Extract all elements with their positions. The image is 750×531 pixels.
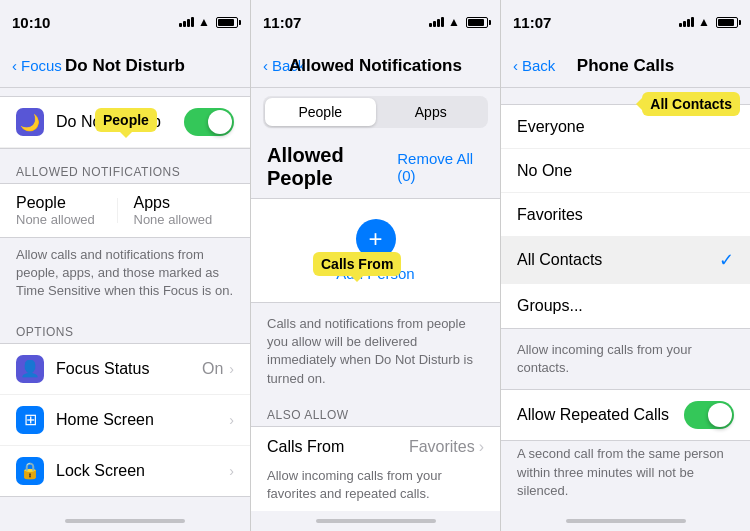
- back-button-1[interactable]: ‹ Focus: [12, 57, 62, 74]
- remove-all-button[interactable]: Remove All (0): [397, 150, 484, 184]
- back-button-3[interactable]: ‹ Back: [513, 57, 555, 74]
- repeat-calls-toggle[interactable]: [684, 401, 734, 429]
- dnd-toggle[interactable]: [184, 108, 234, 136]
- all-contacts-label: All Contacts: [517, 251, 602, 269]
- signal-icon-1: [179, 17, 194, 27]
- status-icons-2: ▲: [429, 15, 488, 29]
- calls-from-cell[interactable]: Calls From Favorites › Allow incoming ca…: [251, 426, 500, 511]
- repeat-calls-label: Allow Repeated Calls: [517, 406, 684, 424]
- callout-all-contacts: All Contacts: [642, 92, 740, 116]
- radio-list: Everyone No One Favorites All Contacts ✓…: [501, 104, 750, 329]
- status-icons-1: ▲: [179, 15, 238, 29]
- radio-all-contacts[interactable]: All Contacts ✓: [501, 237, 750, 284]
- focus-status-label: Focus Status: [56, 360, 202, 378]
- all-contacts-checkmark: ✓: [719, 249, 734, 271]
- home-indicator-1: [0, 511, 250, 531]
- wifi-icon-3: ▲: [698, 15, 710, 29]
- panel-allowed-notifications: 11:07 ▲ ‹ Back Allowed Notifications Peo…: [250, 0, 500, 531]
- nav-bar-1: ‹ Focus Do Not Disturb: [0, 44, 250, 88]
- repeat-calls-cell: Allow Repeated Calls: [501, 389, 750, 441]
- panel-phone-calls: 11:07 ▲ ‹ Back Phone Calls Everyone N: [500, 0, 750, 531]
- nav-bar-2: ‹ Back Allowed Notifications: [251, 44, 500, 88]
- seg-people[interactable]: People: [265, 98, 376, 126]
- people-label: People: [16, 194, 117, 212]
- status-time-3: 11:07: [513, 14, 551, 31]
- signal-icon-2: [429, 17, 444, 27]
- radio-groups[interactable]: Groups...: [501, 284, 750, 328]
- seg-apps[interactable]: Apps: [376, 98, 487, 126]
- lock-screen-cell[interactable]: 🔒 Lock Screen ›: [0, 446, 250, 496]
- panel2-notif-desc: Calls and notifications from people you …: [251, 307, 500, 396]
- apps-label: Apps: [134, 194, 235, 212]
- add-person-box[interactable]: + Add Person: [251, 198, 500, 303]
- home-indicator-3: [501, 511, 750, 531]
- home-screen-chevron: ›: [229, 412, 234, 428]
- notif-sub-row: People None allowed Apps None allowed: [0, 184, 250, 237]
- panel-do-not-disturb: 10:10 ▲ ‹ Focus Do Not Disturb 🌙 Do Not …: [0, 0, 250, 531]
- nav-title-3: Phone Calls: [577, 56, 674, 76]
- allowed-notif-section: ALLOWED NOTIFICATIONS People None allowe…: [0, 157, 250, 309]
- options-header: OPTIONS: [0, 309, 250, 343]
- repeat-calls-section: Allow Repeated Calls A second call from …: [501, 389, 750, 508]
- notif-row: People None allowed Apps None allowed: [0, 183, 250, 238]
- lock-screen-icon: 🔒: [16, 457, 44, 485]
- lock-screen-chevron: ›: [229, 463, 234, 479]
- groups-label: Groups...: [517, 297, 583, 315]
- calls-from-row: Calls From Favorites ›: [251, 427, 500, 467]
- focus-status-icon: 👤: [16, 355, 44, 383]
- people-col[interactable]: People None allowed: [16, 194, 117, 227]
- moon-icon: 🌙: [16, 108, 44, 136]
- battery-icon-2: [466, 17, 488, 28]
- no-one-label: No One: [517, 162, 572, 180]
- radio-desc: Allow incoming calls from your contacts.: [501, 337, 750, 385]
- focus-status-cell[interactable]: 👤 Focus Status On ›: [0, 344, 250, 395]
- radio-favorites[interactable]: Favorites: [501, 193, 750, 237]
- calls-from-chevron: ›: [479, 438, 484, 456]
- favorites-label: Favorites: [517, 206, 583, 224]
- options-list: 👤 Focus Status On › ⊞ Home Screen › 🔒 Lo…: [0, 343, 250, 497]
- calls-from-label: Calls From: [267, 438, 344, 456]
- calls-from-value: Favorites ›: [409, 438, 484, 456]
- allowed-notif-title: ALLOWED NOTIFICATIONS: [0, 157, 250, 183]
- repeat-calls-desc: A second call from the same person withi…: [501, 441, 750, 508]
- notif-desc: Allow calls and notifications from peopl…: [0, 238, 250, 309]
- nav-title-1: Do Not Disturb: [65, 56, 185, 76]
- battery-icon-1: [216, 17, 238, 28]
- wifi-icon-2: ▲: [448, 15, 460, 29]
- panel3-content: Everyone No One Favorites All Contacts ✓…: [501, 88, 750, 511]
- callout-calls-from: Calls From: [313, 252, 401, 276]
- people-sublabel: None allowed: [16, 212, 117, 227]
- status-time-2: 11:07: [263, 14, 301, 31]
- focus-status-value: On: [202, 360, 223, 378]
- battery-icon-3: [716, 17, 738, 28]
- everyone-label: Everyone: [517, 118, 585, 136]
- home-screen-label: Home Screen: [56, 411, 229, 429]
- status-bar-2: 11:07 ▲: [251, 0, 500, 44]
- calls-from-desc: Allow incoming calls from your favorites…: [251, 467, 500, 511]
- status-bar-1: 10:10 ▲: [0, 0, 250, 44]
- allowed-people-header: Allowed People Remove All (0): [251, 136, 500, 194]
- callout-people: People: [95, 108, 157, 132]
- panel1-content: 🌙 Do Not Disturb ALLOWED NOTIFICATIONS P…: [0, 88, 250, 511]
- nav-title-2: Allowed Notifications: [289, 56, 462, 76]
- segment-control[interactable]: People Apps: [263, 96, 488, 128]
- panel2-content: Allowed People Remove All (0) + Add Pers…: [251, 136, 500, 511]
- home-screen-cell[interactable]: ⊞ Home Screen ›: [0, 395, 250, 446]
- wifi-icon-1: ▲: [198, 15, 210, 29]
- lock-screen-label: Lock Screen: [56, 462, 229, 480]
- also-allow-header: ALSO ALLOW: [251, 396, 500, 426]
- status-bar-3: 11:07 ▲: [501, 0, 750, 44]
- status-icons-3: ▲: [679, 15, 738, 29]
- home-screen-icon: ⊞: [16, 406, 44, 434]
- allowed-people-title: Allowed People: [267, 144, 397, 190]
- apps-col[interactable]: Apps None allowed: [118, 194, 235, 227]
- home-indicator-2: [251, 511, 500, 531]
- status-time-1: 10:10: [12, 14, 50, 31]
- apps-sublabel: None allowed: [134, 212, 235, 227]
- radio-no-one[interactable]: No One: [501, 149, 750, 193]
- focus-status-chevron: ›: [229, 361, 234, 377]
- nav-bar-3: ‹ Back Phone Calls: [501, 44, 750, 88]
- signal-icon-3: [679, 17, 694, 27]
